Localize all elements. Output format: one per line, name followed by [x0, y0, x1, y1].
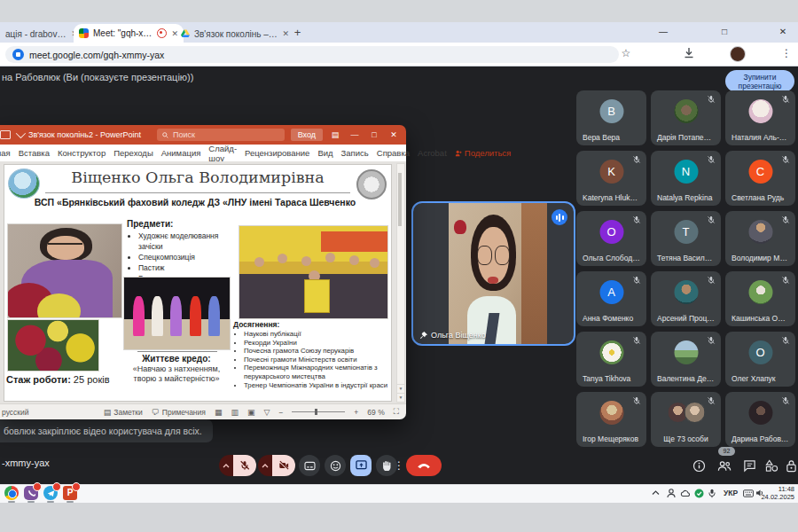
- participant-tile[interactable]: Арсений Проце...: [651, 271, 721, 326]
- ribbon-tab-record[interactable]: Запись: [341, 148, 369, 158]
- captions-button[interactable]: [299, 455, 320, 476]
- tray-mic-icon[interactable]: [708, 486, 716, 500]
- participant-tile[interactable]: Дарина Рабовлюк: [725, 392, 795, 447]
- quick-access-dropdown-icon[interactable]: [16, 129, 26, 138]
- participant-tile[interactable]: BВера Вера: [576, 90, 646, 145]
- tray-user-icon[interactable]: [667, 486, 676, 500]
- notes-button[interactable]: ▤Заметки: [104, 408, 143, 417]
- mic-options-chevron-icon[interactable]: [219, 455, 233, 476]
- ppt-maximize-button[interactable]: □: [367, 130, 381, 139]
- bookmark-star-icon[interactable]: ☆: [618, 45, 634, 61]
- mic-control[interactable]: [219, 455, 256, 476]
- participant-tile[interactable]: OОлег Хлапук: [725, 332, 795, 387]
- slide-sorter-icon[interactable]: ▥: [231, 408, 239, 417]
- chat-button[interactable]: [743, 459, 757, 473]
- taskbar-clock[interactable]: 11:48 24.02.2025: [761, 485, 794, 501]
- ribbon-options-icon[interactable]: ▤: [328, 130, 342, 139]
- participant-tile[interactable]: Tanya Tikhova: [576, 332, 646, 387]
- participant-tile[interactable]: KKateryna Hlukho...: [576, 151, 646, 206]
- url-bar[interactable]: meet.google.com/gqh-xmmy-yax: [5, 46, 619, 63]
- ribbon-tab-acrobat[interactable]: Acrobat: [418, 148, 447, 158]
- meeting-details-button[interactable]: [692, 459, 707, 473]
- taskbar-powerpoint-icon[interactable]: P: [63, 486, 77, 500]
- ribbon-tab-animations[interactable]: Анимация: [161, 148, 201, 158]
- activities-button[interactable]: [765, 459, 779, 473]
- host-controls-button[interactable]: [786, 459, 798, 473]
- pinned-video-tile[interactable]: Ольга Віщенко: [411, 201, 575, 346]
- participant-tile[interactable]: OОльга Слободян: [576, 211, 646, 266]
- tray-onedrive-icon[interactable]: [680, 486, 691, 500]
- participant-tile[interactable]: CСветлана Рудь: [725, 151, 795, 206]
- zoom-slider[interactable]: [292, 411, 345, 412]
- zoom-in-button[interactable]: +: [354, 408, 358, 417]
- touch-keyboard-icon[interactable]: [743, 486, 754, 500]
- participant-tile[interactable]: AАнна Фоменко: [576, 271, 646, 326]
- window-minimize-button[interactable]: —: [650, 24, 677, 40]
- tab-mail[interactable]: ація - drabovluk@gm... ✕: [0, 25, 83, 43]
- zoom-level[interactable]: 69 %: [367, 408, 384, 417]
- powerpoint-window[interactable]: Зв'язок поколінь2 - PowerPoint Поиск Вхо…: [0, 125, 406, 419]
- participant-tile[interactable]: Володимир Мор...: [725, 211, 795, 266]
- window-maximize-button[interactable]: □: [711, 24, 738, 40]
- ribbon-tab-home[interactable]: ная: [0, 148, 11, 158]
- sign-in-button[interactable]: Вход: [291, 129, 323, 141]
- ribbon-tab-review[interactable]: Рецензирование: [245, 148, 309, 158]
- normal-view-icon[interactable]: ▦: [215, 408, 223, 417]
- slideshow-icon[interactable]: [0, 130, 11, 139]
- search-input[interactable]: Поиск: [157, 129, 285, 141]
- mic-muted-button[interactable]: [233, 455, 256, 476]
- zoom-out-button[interactable]: −: [278, 408, 283, 417]
- reading-view-icon[interactable]: ▣: [247, 408, 255, 417]
- participant-tile[interactable]: Наталия Аль-Ха...: [725, 90, 795, 145]
- new-tab-button[interactable]: +: [291, 26, 304, 39]
- fit-slide-icon[interactable]: ⛶: [394, 407, 399, 417]
- ppt-minimize-button[interactable]: —: [348, 130, 362, 139]
- comments-button[interactable]: 🗩Примечания: [152, 408, 206, 417]
- slideshow-view-icon[interactable]: ▽: [263, 408, 270, 417]
- taskbar-telegram-icon[interactable]: [43, 486, 58, 500]
- portrait-photo: [7, 223, 122, 318]
- tray-expand-chevron[interactable]: [652, 486, 660, 500]
- camera-off-button[interactable]: [272, 455, 295, 476]
- download-icon[interactable]: [681, 45, 697, 61]
- ribbon-tab-help[interactable]: Справка: [377, 148, 410, 158]
- stop-presenting-button[interactable]: Зупинити презентацію: [725, 70, 794, 92]
- present-screen-button[interactable]: [350, 455, 372, 476]
- next-slide-button[interactable]: ▼: [396, 393, 405, 403]
- slide[interactable]: Віщенко Ольга Володимирівна ВСП «Брянків…: [4, 164, 392, 402]
- close-icon[interactable]: ✕: [282, 29, 289, 38]
- taskbar-chrome-icon[interactable]: [4, 486, 19, 500]
- profile-avatar[interactable]: [730, 46, 746, 62]
- powerpoint-titlebar[interactable]: Зв'язок поколінь2 - PowerPoint Поиск Вхо…: [0, 125, 406, 145]
- participant-tile[interactable]: Кашинська Олена: [725, 271, 795, 326]
- tab-meet-active[interactable]: Meet: "gqh-xmmy-yax" ✕: [74, 24, 184, 43]
- participant-tile[interactable]: Ігор Мещеряков: [576, 392, 646, 447]
- ribbon-tab-view[interactable]: Вид: [317, 148, 332, 158]
- camera-options-chevron-icon[interactable]: [258, 455, 272, 476]
- ribbon-tab-design[interactable]: Конструктор: [58, 148, 106, 158]
- ribbon-tab-slideshow[interactable]: Слайд-шоу: [208, 144, 237, 163]
- language-indicator[interactable]: русский: [2, 408, 29, 417]
- share-button[interactable]: Поделиться: [455, 148, 511, 158]
- ppt-close-button[interactable]: ✕: [387, 130, 401, 139]
- show-everyone-button[interactable]: [717, 459, 732, 473]
- more-options-button[interactable]: ⋮: [393, 455, 405, 476]
- participant-tile[interactable]: Дарія Потапенко: [651, 90, 721, 145]
- taskbar-viber-icon[interactable]: [24, 486, 38, 500]
- reactions-button[interactable]: [325, 455, 346, 476]
- participant-tile[interactable]: Валентина Дени...: [651, 332, 721, 387]
- ribbon-tab-transitions[interactable]: Переходы: [113, 148, 153, 158]
- site-info-icon[interactable]: [12, 49, 24, 60]
- tab-drive[interactable]: Зв'язок поколінь – Google Ди ✕: [176, 25, 294, 43]
- browser-menu-icon[interactable]: ⋮: [778, 45, 794, 61]
- participant-tile[interactable]: TТетяна Васильче...: [651, 211, 721, 266]
- participant-tile[interactable]: Ще 73 особи: [651, 392, 721, 447]
- window-close-button[interactable]: ✕: [770, 24, 796, 40]
- participant-tile[interactable]: NNatalya Repkina: [651, 151, 721, 206]
- tray-security-icon[interactable]: [694, 486, 704, 500]
- camera-control[interactable]: [258, 455, 295, 476]
- end-call-button[interactable]: [406, 455, 442, 476]
- ribbon-tab-insert[interactable]: Вставка: [19, 148, 50, 158]
- vertical-scrollbar[interactable]: [396, 163, 405, 394]
- language-switcher[interactable]: УКР: [724, 486, 738, 500]
